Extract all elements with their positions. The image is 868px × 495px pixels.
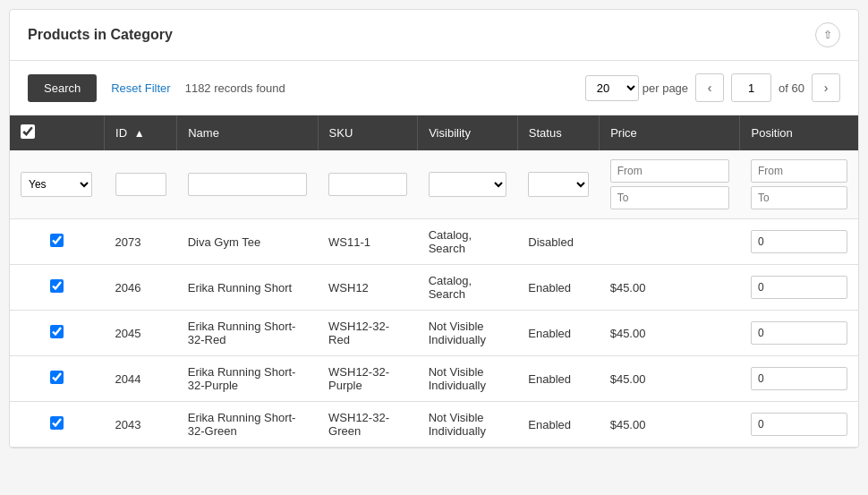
row-name: Erika Running Short-32-Green [177,402,318,448]
row-sku: WSH12-32-Green [318,402,418,448]
row-position [740,311,858,356]
prev-page-button[interactable]: ‹ [695,73,724,102]
row-id: 2043 [105,402,177,448]
search-button[interactable]: Search [28,74,97,102]
row-price: $45.00 [600,402,740,448]
row-id: 2073 [105,219,177,265]
row-id: 2045 [105,311,177,356]
row-position [740,356,858,402]
row-position-input[interactable] [751,367,847,390]
row-checkbox[interactable] [50,416,64,430]
row-checkbox[interactable] [50,371,64,384]
row-sku: WSH12-32-Red [318,311,418,356]
filter-sku-cell [318,150,418,219]
row-status: Enabled [517,311,599,356]
page-number-input[interactable] [731,73,771,102]
position-filter-wrapper [751,159,847,209]
select-all-checkbox[interactable] [21,124,35,139]
row-sku: WSH12-32-Purple [318,356,418,402]
th-price: Price [600,115,740,150]
per-page-label: per page [642,81,688,95]
products-table: ID ▲ Name SKU Visibility Status Price Po… [10,115,858,448]
row-visibility: Catalog, Search [418,265,518,311]
row-price [600,219,740,265]
row-name: Erika Running Short [177,265,318,311]
row-checkbox-cell [10,219,105,265]
filter-visibility-select[interactable]: Catalog Search Catalog, Search Not Visib… [429,172,507,197]
filter-status-select[interactable]: Enabled Disabled [528,172,588,197]
per-page-select-wrapper: 20 10 30 50 100 per page [585,75,688,101]
row-visibility: Not Visible Individually [418,356,518,402]
row-position-input[interactable] [751,230,847,253]
row-checkbox[interactable] [50,234,64,247]
row-visibility: Not Visible Individually [418,311,518,356]
table-row: 2045 Erika Running Short-32-Red WSH12-32… [10,311,858,356]
row-checkbox-cell [10,402,105,448]
filter-name-input[interactable] [188,173,307,196]
page-of-label: of 60 [779,81,804,95]
th-position: Position [740,115,858,150]
filter-status-cell: Enabled Disabled [517,150,599,219]
row-price: $45.00 [600,311,740,356]
filter-yes-select[interactable]: Yes No [21,172,92,197]
toolbar: Search Reset Filter 1182 records found 2… [10,61,858,115]
row-sku: WSH12 [318,265,418,311]
sort-icon: ▲ [134,127,145,140]
row-id: 2046 [105,265,177,311]
records-count: 1182 records found [185,81,571,95]
filter-visibility-cell: Catalog Search Catalog, Search Not Visib… [418,150,518,219]
per-page-select[interactable]: 20 10 30 50 100 [585,75,639,101]
filter-checkbox-cell: Yes No [10,150,105,219]
row-name: Erika Running Short-32-Red [177,311,318,356]
table-header-row: ID ▲ Name SKU Visibility Status Price Po… [10,115,858,150]
th-name: Name [177,115,318,150]
row-position-input[interactable] [751,413,847,436]
filter-name-cell [177,150,318,219]
row-price: $45.00 [600,265,740,311]
filter-row: Yes No Catalog Search [10,150,858,219]
filter-position-from-input[interactable] [751,159,847,183]
filter-position-cell [740,150,858,219]
filter-id-input[interactable] [115,173,166,196]
th-id[interactable]: ID ▲ [105,115,177,150]
products-in-category-panel: Products in Category ⇧ Search Reset Filt… [9,9,859,448]
row-visibility: Catalog, Search [418,219,518,265]
row-visibility: Not Visible Individually [418,402,518,448]
table-row: 2073 Diva Gym Tee WS11-1 Catalog, Search… [10,219,858,265]
row-checkbox[interactable] [50,325,64,338]
row-status: Enabled [517,265,599,311]
row-position-input[interactable] [751,321,847,345]
row-name: Erika Running Short-32-Purple [177,356,318,402]
th-visibility: Visibility [418,115,518,150]
filter-sku-input[interactable] [328,173,407,196]
filter-price-cell [600,150,740,219]
row-position [740,402,858,448]
row-price: $45.00 [600,356,740,402]
panel-header: Products in Category ⇧ [10,10,858,61]
pagination-controls: 20 10 30 50 100 per page ‹ of 60 › [585,73,840,102]
filter-price-from-input[interactable] [610,159,729,183]
row-position [740,219,858,265]
row-checkbox[interactable] [50,279,64,293]
filter-id-cell [105,150,177,219]
filter-price-to-input[interactable] [610,186,729,209]
th-id-label: ID [115,126,127,140]
chevron-up-icon: ⇧ [823,29,832,41]
row-status: Disabled [517,219,599,265]
row-id: 2044 [105,356,177,402]
panel-title: Products in Category [28,27,173,43]
panel-toggle-button[interactable]: ⇧ [815,22,840,47]
row-position-input[interactable] [751,276,847,299]
filter-position-to-input[interactable] [751,186,847,209]
reset-filter-link[interactable]: Reset Filter [111,81,170,95]
th-status: Status [517,115,599,150]
row-sku: WS11-1 [318,219,418,265]
next-page-button[interactable]: › [812,73,840,102]
row-position [740,265,858,311]
th-sku: SKU [318,115,418,150]
row-checkbox-cell [10,356,105,402]
th-checkbox [10,115,105,150]
row-status: Enabled [517,402,599,448]
price-filter-wrapper [610,159,729,209]
row-checkbox-cell [10,265,105,311]
